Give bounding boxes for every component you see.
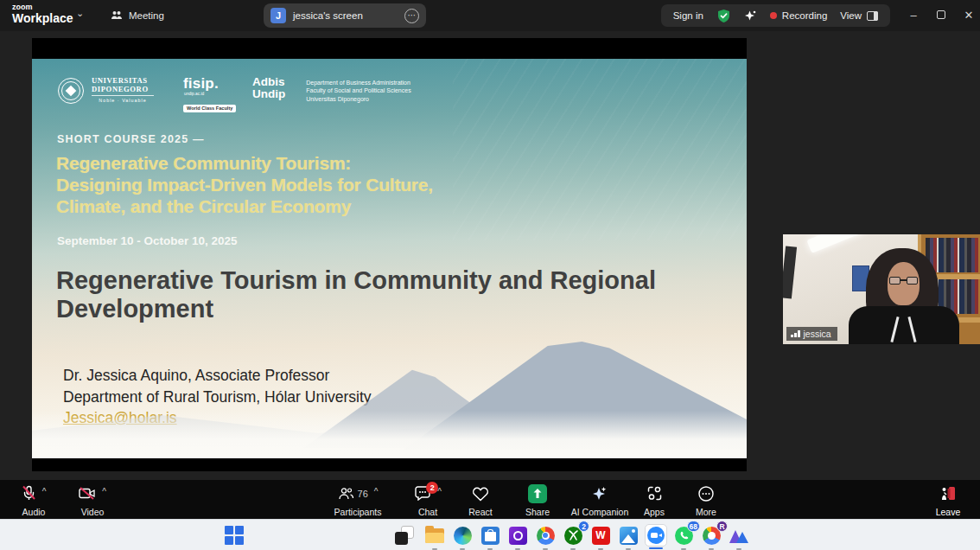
dept-line2: Faculty of Social and Political Sciences — [306, 86, 410, 94]
adbis-undip-logo: Adbis Undip — [252, 76, 285, 100]
university-name-1: UNIVERSITAS — [92, 76, 154, 85]
tab-jessicas-screen[interactable]: J jessica's screen ⋯ — [264, 3, 426, 28]
store-icon — [481, 527, 500, 545]
fisip-url: undip.ac.id — [184, 92, 237, 96]
minimize-icon: – — [910, 9, 916, 22]
wall-frame — [783, 246, 797, 298]
titlebar-controls-group: Sign in Recording View — [661, 4, 890, 27]
lecture-title: Regenerative Tourism in Community and Re… — [56, 266, 704, 323]
avatar: J — [270, 8, 286, 23]
dept-line1: Department of Business Administration — [306, 79, 410, 86]
share-screen-icon — [528, 484, 547, 503]
more-button[interactable]: More — [684, 484, 729, 517]
fisip-logo-block: fisip. undip.ac.id World Class Faculty — [183, 76, 237, 113]
view-button[interactable]: View — [840, 10, 878, 21]
react-button[interactable]: React — [458, 484, 503, 517]
photos-icon — [620, 527, 638, 545]
adbis-line2: Undip — [252, 88, 285, 100]
audio-button[interactable]: ^ Audio — [9, 484, 59, 517]
view-label: View — [840, 10, 862, 21]
people-icon — [111, 10, 123, 21]
windows-logo-icon — [225, 526, 244, 545]
mountain-fog — [32, 411, 747, 458]
office-hub-icon — [509, 527, 527, 545]
meeting-tab-label: Meeting — [129, 10, 164, 21]
xbox-button[interactable]: 2 — [562, 524, 584, 547]
recording-dot-icon — [770, 12, 777, 19]
zoom-title-bar: zoom Workplace ⌄ Meeting J jessica's scr… — [0, 0, 980, 31]
tab-meeting[interactable]: Meeting — [105, 5, 169, 26]
fisip-logo: fisip. — [183, 76, 237, 91]
more-label: More — [696, 507, 716, 517]
zoom-app-button[interactable] — [645, 524, 667, 547]
apps-button[interactable]: Apps — [632, 484, 677, 517]
minimize-button[interactable]: – — [899, 0, 928, 29]
view-layout-icon — [867, 11, 878, 21]
ai-sparkle-icon[interactable] — [744, 10, 757, 22]
chrome-profile-button[interactable]: R — [700, 524, 722, 547]
zoom-app-icon — [647, 527, 665, 544]
leave-button[interactable]: Leave — [925, 484, 971, 517]
photos-button[interactable] — [617, 524, 640, 547]
participants-options-chevron[interactable]: ^ — [374, 487, 379, 496]
presentation-slide: UNIVERSITAS DIPONEGORO Noble · Valuable … — [32, 59, 747, 458]
windows-taskbar: 8 — [0, 519, 980, 550]
sign-in-button[interactable]: Sign in — [673, 10, 703, 21]
chat-options-chevron[interactable]: ^ — [437, 487, 442, 496]
store-button[interactable] — [479, 524, 501, 547]
mic-muted-icon — [22, 485, 36, 502]
ai-companion-button[interactable]: AI Companion — [562, 484, 638, 517]
tab-options-icon[interactable]: ⋯ — [404, 9, 419, 23]
task-view-button[interactable] — [393, 524, 416, 547]
participant-video-tile[interactable]: jessica — [783, 234, 980, 344]
short-course-eyebrow: SHORT COURSE 2025 — — [57, 133, 205, 145]
mountain-app-icon — [729, 528, 748, 543]
whatsapp-badge: 68 — [687, 521, 700, 532]
edge-button[interactable] — [451, 524, 474, 547]
chat-button[interactable]: 2 ^ Chat — [402, 484, 454, 517]
office-hub-button[interactable] — [506, 524, 529, 547]
connection-bars-icon — [791, 330, 800, 337]
screen-tab-label: jessica's screen — [293, 10, 398, 21]
video-options-chevron[interactable]: ^ — [102, 487, 106, 496]
mountain-app-button[interactable] — [728, 524, 750, 547]
whatsapp-button[interactable]: 68 — [672, 524, 695, 547]
university-tagline: Noble · Valuable — [92, 95, 154, 103]
course-dates: September 10 - October 10, 2025 — [57, 234, 238, 247]
chat-label: Chat — [418, 507, 437, 517]
audio-options-chevron[interactable]: ^ — [42, 487, 47, 496]
react-label: React — [468, 507, 492, 517]
recording-label: Recording — [782, 10, 827, 21]
chevron-down-icon[interactable]: ⌄ — [76, 8, 84, 19]
participant-body — [849, 306, 959, 344]
zoom-workplace-logo: zoom Workplace — [12, 3, 73, 24]
share-button[interactable]: Share — [513, 484, 562, 517]
brand-workplace: Workplace — [12, 12, 73, 24]
university-name-2: DIPONEGORO — [92, 85, 154, 93]
dept-line3: Universitas Diponegoro — [306, 95, 410, 103]
close-button[interactable]: ✕ — [954, 0, 980, 29]
video-label: Video — [81, 507, 105, 517]
start-button[interactable] — [223, 524, 245, 547]
chrome-profile-badge: R — [716, 521, 728, 532]
close-icon: ✕ — [964, 9, 974, 22]
ai-companion-icon — [591, 485, 608, 502]
wps-icon: W — [592, 527, 610, 545]
chrome-button[interactable] — [534, 524, 557, 547]
shield-check-icon[interactable] — [716, 9, 731, 23]
video-button[interactable]: ^ Video — [67, 484, 118, 517]
participant-glasses — [889, 277, 918, 285]
wps-button[interactable]: W — [589, 524, 612, 547]
university-name-block: UNIVERSITAS DIPONEGORO Noble · Valuable — [92, 76, 154, 103]
file-explorer-button[interactable] — [423, 524, 446, 547]
maximize-button[interactable] — [926, 0, 956, 29]
course-title-line3: Climate, and the Circular Economy — [56, 195, 433, 217]
recording-indicator[interactable]: Recording — [770, 10, 827, 21]
ai-companion-label: AI Companion — [571, 507, 629, 517]
ceiling-light — [806, 234, 864, 253]
apps-icon — [646, 485, 663, 502]
participants-icon — [338, 487, 354, 501]
course-title-line1: Regenerative Community Tourism: — [56, 152, 433, 174]
participants-button[interactable]: 76 ^ Participants — [321, 484, 394, 517]
chrome-icon — [537, 527, 555, 545]
